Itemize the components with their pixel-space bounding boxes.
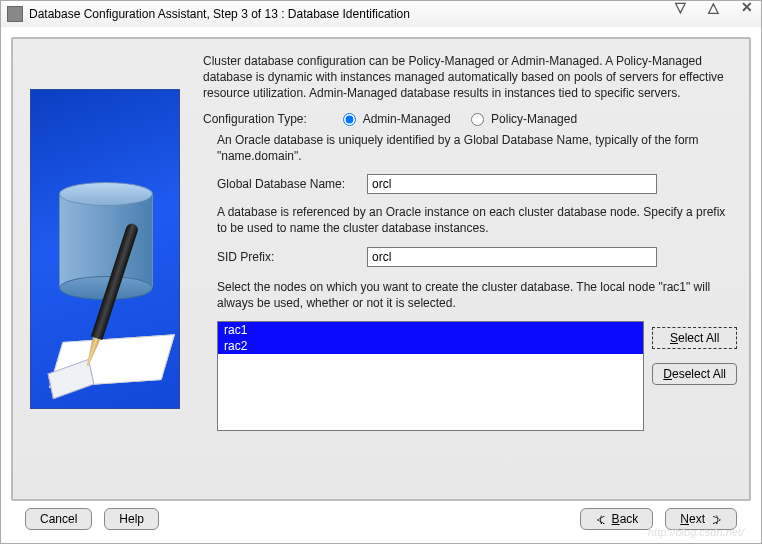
node-item[interactable]: rac2 [218, 338, 643, 354]
admin-managed-label: Admin-Managed [363, 112, 451, 126]
chevron-left-icon: ⦓ [595, 513, 606, 525]
config-type-row: Configuration Type: Admin-Managed Policy… [203, 112, 737, 126]
node-item[interactable]: rac1 [218, 322, 643, 338]
app-icon [7, 6, 23, 22]
nodes-desc: Select the nodes on which you want to cr… [217, 279, 737, 311]
content-area: Cluster database configuration can be Po… [185, 53, 737, 483]
policy-managed-label: Policy-Managed [491, 112, 577, 126]
sid-input[interactable] [367, 247, 657, 267]
sid-label: SID Prefix: [217, 250, 367, 264]
back-button[interactable]: ⦓ Back [580, 508, 654, 530]
wizard-illustration [30, 89, 180, 409]
sid-desc: A database is referenced by an Oracle in… [217, 204, 737, 236]
global-db-desc: An Oracle database is uniquely identifie… [217, 132, 737, 164]
minimize-icon[interactable]: ▽ [675, 0, 686, 15]
window-title: Database Configuration Assistant, Step 3… [29, 7, 755, 21]
maximize-icon[interactable]: △ [708, 0, 719, 15]
chevron-right-icon: ⦔ [711, 513, 722, 525]
help-button[interactable]: Help [104, 508, 159, 530]
select-all-button[interactable]: Select All [652, 327, 737, 349]
close-icon[interactable]: ✕ [741, 0, 753, 15]
admin-managed-radio[interactable]: Admin-Managed [343, 112, 451, 126]
main-panel: Cluster database configuration can be Po… [11, 37, 751, 501]
cancel-button[interactable]: Cancel [25, 508, 92, 530]
watermark: http://blog.csdn.net/ [648, 526, 744, 538]
bottom-bar: Cancel Help ⦓ Back Next ⦔ [11, 501, 751, 537]
global-db-label: Global Database Name: [217, 177, 367, 191]
nodes-list[interactable]: rac1 rac2 [217, 321, 644, 431]
config-type-label: Configuration Type: [203, 112, 343, 126]
deselect-all-button[interactable]: Deselect All [652, 363, 737, 385]
global-db-input[interactable] [367, 174, 657, 194]
titlebar: Database Configuration Assistant, Step 3… [1, 1, 761, 27]
policy-managed-radio[interactable]: Policy-Managed [471, 112, 577, 126]
intro-text: Cluster database configuration can be Po… [203, 53, 737, 102]
sidebar [25, 53, 185, 483]
